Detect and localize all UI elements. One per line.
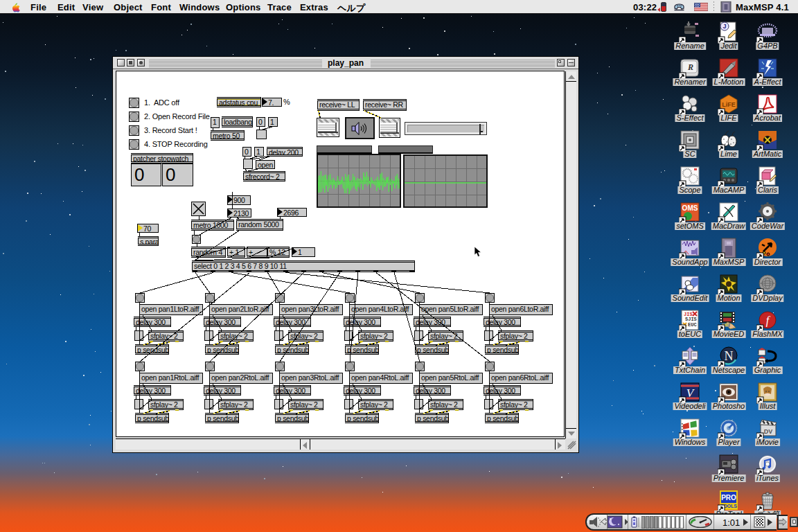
svg-text:EUC: EUC bbox=[688, 322, 697, 328]
svg-text:PRO: PRO bbox=[721, 494, 736, 502]
svg-text:R: R bbox=[687, 62, 693, 72]
svg-text:DV: DV bbox=[764, 428, 773, 435]
svg-text:SJIS: SJIS bbox=[685, 317, 697, 322]
svg-text:OMS: OMS bbox=[682, 204, 698, 212]
svg-text:LiFE: LiFE bbox=[722, 101, 736, 108]
svg-text:J: J bbox=[722, 23, 726, 30]
svg-text:N: N bbox=[725, 349, 734, 363]
